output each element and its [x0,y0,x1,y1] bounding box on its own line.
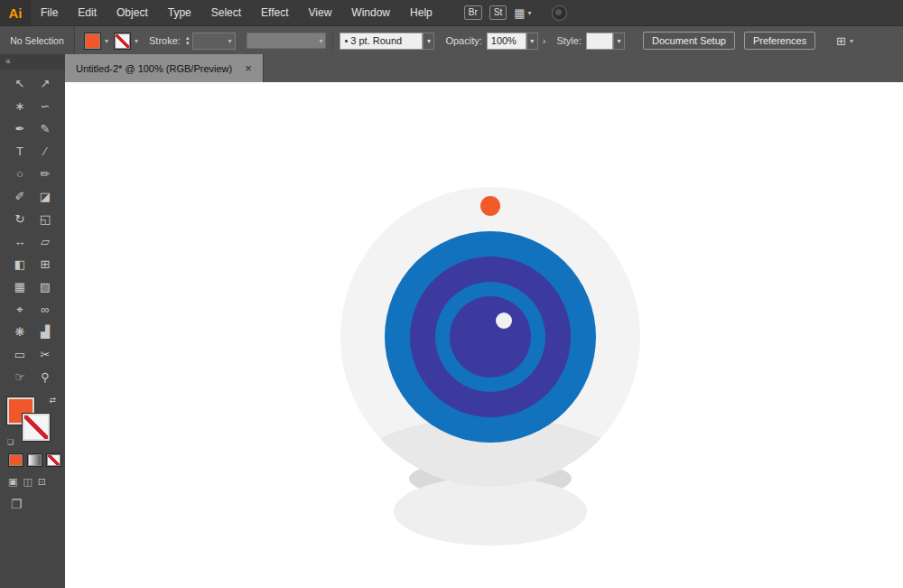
sync-status-icon[interactable] [552,5,567,21]
shaper-tool[interactable]: ✐ [7,185,33,208]
blend-tool[interactable]: ∞ [33,298,58,321]
pen-tool[interactable]: ✒ [7,117,33,140]
eraser-tool-icon: ◪ [40,190,51,203]
drawing-modes-row: ▣ ◫ ⊡ [0,467,65,488]
opacity-field[interactable]: 100% [487,33,526,50]
paintbrush-tool[interactable]: ✏ [33,163,58,185]
eraser-tool[interactable]: ◪ [33,185,58,208]
none-mode-button[interactable] [46,453,61,467]
stroke-weight-stepper[interactable]: ▴ ▾ [186,35,190,46]
chevron-down-icon: ▾ [527,9,531,17]
stroke-weight-combo[interactable]: ▾ [192,33,236,50]
stroke-swatch[interactable] [23,414,50,441]
variable-width-profile-dropdown[interactable]: ▾ [247,33,326,49]
draw-inside-icon[interactable]: ⊡ [38,476,46,488]
swap-fill-stroke-icon[interactable]: ⇄ [49,396,56,405]
menu-help[interactable]: Help [400,0,442,25]
default-fill-stroke-icon[interactable]: ❏ [7,438,14,446]
perspective-grid-tool[interactable]: ⊞ [33,253,58,275]
curvature-tool[interactable]: ✎ [33,117,58,140]
webcam-indicator-light-shape[interactable] [480,196,500,216]
stroke-label: Stroke: [149,35,181,46]
column-graph-tool[interactable]: ▟ [33,321,58,343]
perspective-grid-tool-icon: ⊞ [41,257,51,271]
magic-wand-tool[interactable]: ∗ [7,95,33,117]
document-tab[interactable]: Untitled-2* @ 100% (RGB/Preview) × [65,54,264,82]
direct-selection-tool[interactable]: ↗ [33,72,58,95]
webcam-lens-center-shape[interactable] [450,296,531,378]
menu-object[interactable]: Object [107,0,158,25]
chevron-down-icon: ▾ [228,37,231,45]
blend-tool-icon: ∞ [41,303,49,316]
zoom-tool[interactable]: ⚲ [33,366,58,388]
curvature-tool-icon: ✎ [41,122,51,135]
arrange-documents-control[interactable]: ⊞ ▾ [836,34,853,48]
ellipse-tool-icon: ○ [16,167,23,181]
style-caret[interactable]: ▾ [613,33,625,50]
free-transform-tool-icon: ▱ [41,235,50,248]
menu-file[interactable]: File [31,0,68,25]
collapse-panel-icon[interactable]: « [5,56,11,66]
opacity-panel-chevron[interactable]: › [543,35,546,46]
eyedropper-tool[interactable]: ⌖ [7,298,33,321]
stock-button[interactable]: St [489,5,507,20]
style-combo[interactable] [586,33,613,50]
preferences-button[interactable]: Preferences [744,32,815,50]
menu-type[interactable]: Type [158,0,201,25]
draw-normal-icon[interactable]: ▣ [8,476,17,488]
artboard-canvas[interactable] [65,82,903,588]
menu-bar: Ai File Edit Object Type Select Effect V… [0,0,903,25]
stepper-down-icon[interactable]: ▾ [186,41,190,46]
mesh-tool[interactable]: ▦ [7,275,33,298]
gradient-mode-button[interactable] [27,453,42,467]
scale-tool[interactable]: ◱ [33,208,58,230]
arrange-documents-icon: ⊞ [836,34,846,48]
color-mode-button[interactable] [8,453,23,467]
shape-builder-tool[interactable]: ◧ [7,253,33,275]
free-transform-tool[interactable]: ▱ [33,230,58,253]
hand-tool-icon: ☞ [14,370,25,384]
stroke-color-swatch[interactable] [114,33,131,50]
paint-mode-row [0,444,65,467]
rotate-tool[interactable]: ↻ [7,208,33,230]
chevron-down-icon[interactable]: ▾ [135,37,138,45]
menu-edit[interactable]: Edit [68,0,107,25]
type-tool[interactable]: T [7,140,33,163]
chevron-down-icon[interactable]: ▾ [105,37,108,45]
close-icon[interactable]: × [245,61,252,75]
gradient-tool-icon: ▨ [40,280,51,294]
webcam-base-shape[interactable] [394,477,587,546]
slice-tool[interactable]: ✂ [33,343,58,366]
webcam-artwork [65,82,903,588]
webcam-lens-highlight-shape[interactable] [496,313,512,329]
draw-behind-icon[interactable]: ◫ [23,476,32,488]
ellipse-tool[interactable]: ○ [7,163,33,185]
screen-mode-icon[interactable]: ❐ [11,497,23,511]
workspace-switcher[interactable]: ▦ ▾ [514,7,531,19]
bridge-button[interactable]: Br [464,5,482,20]
brush-definition-combo[interactable]: • 3 pt. Round [340,33,423,50]
workspace-grid-icon: ▦ [514,7,525,19]
selection-tool[interactable]: ↖ [7,72,33,95]
document-setup-button[interactable]: Document Setup [643,32,735,50]
symbol-sprayer-tool[interactable]: ❋ [7,321,33,343]
lasso-tool[interactable]: ∽ [33,95,58,117]
width-tool[interactable]: ↔ [7,230,33,253]
gradient-tool[interactable]: ▨ [33,275,58,298]
line-segment-tool[interactable]: ∕ [33,140,58,163]
brush-bullet-icon: • [344,35,348,46]
menu-effect[interactable]: Effect [251,0,298,25]
artboard-tool[interactable]: ▭ [7,343,33,366]
fill-stroke-control: ❏ ⇄ [7,396,58,444]
type-tool-icon: T [16,145,23,158]
tools-panel: « ↖ ↗ ∗ ∽ ✒ ✎ T ∕ ○ ✏ ✐ ◪ ↻ ◱ ↔ ▱ ◧ ⊞ ▦ … [0,54,65,588]
hand-tool[interactable]: ☞ [7,366,33,388]
selection-status: No Selection [0,26,75,55]
opacity-caret[interactable]: ▾ [526,33,538,50]
menu-select[interactable]: Select [201,0,251,25]
brush-definition-caret[interactable]: ▾ [423,33,434,50]
fill-color-swatch[interactable] [84,33,101,50]
menu-view[interactable]: View [299,0,342,25]
menu-window[interactable]: Window [341,0,400,25]
line-segment-tool-icon: ∕ [44,145,46,158]
